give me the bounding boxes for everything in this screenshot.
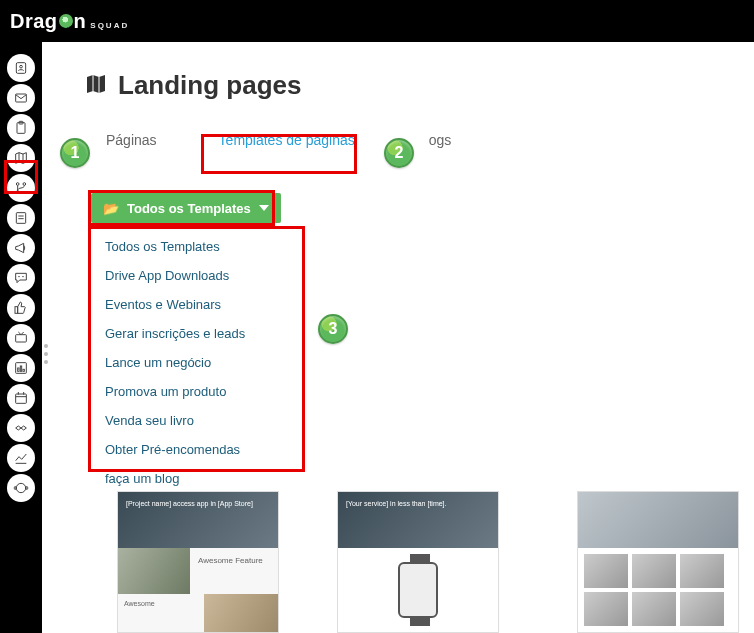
svg-point-26 (16, 483, 25, 492)
tabs: Páginas Templates de páginas ogs (76, 119, 754, 161)
form-icon[interactable] (7, 204, 35, 232)
templates-filter-dropdown[interactable]: 📂 Todos os Templates (91, 193, 281, 223)
svg-rect-16 (16, 335, 27, 342)
brand-logo: Dragn SQUAD (10, 10, 129, 33)
svg-point-7 (16, 183, 19, 186)
svg-point-1 (20, 65, 23, 68)
drag-handle-icon[interactable] (44, 344, 48, 364)
tab-templates[interactable]: Templates de páginas (219, 124, 355, 156)
svg-rect-21 (16, 394, 27, 403)
template-hero: [Project name] access app in [App Store] (118, 492, 278, 548)
analytics-icon[interactable] (7, 444, 35, 472)
tv-icon[interactable] (7, 324, 35, 352)
thumb-icon[interactable] (7, 294, 35, 322)
svg-point-14 (23, 276, 24, 277)
menu-item[interactable]: Lance um negócio (93, 348, 298, 377)
brand-suffix: n (74, 10, 87, 33)
callout-2: 2 (384, 138, 414, 168)
deal-icon[interactable] (7, 414, 35, 442)
tab-blogs[interactable]: ogs (429, 124, 452, 156)
menu-item[interactable]: Todos os Templates (93, 232, 298, 261)
svg-rect-15 (15, 307, 18, 314)
folder-open-icon: 📂 (103, 201, 119, 216)
megaphone-icon[interactable] (7, 234, 35, 262)
callout-1: 1 (60, 138, 90, 168)
brand-main: Drag (10, 10, 58, 33)
template-hero (578, 492, 738, 548)
page-title: Landing pages (118, 70, 301, 101)
sidebar (0, 42, 42, 633)
tab-paginas[interactable]: Páginas (106, 124, 157, 156)
support-icon[interactable] (7, 474, 35, 502)
svg-rect-20 (23, 369, 24, 371)
template-footer: Awesome (118, 594, 204, 632)
topbar: Dragn SQUAD (0, 0, 754, 42)
chevron-down-icon (259, 205, 269, 211)
map-icon (84, 72, 108, 100)
event-icon[interactable] (7, 384, 35, 412)
menu-item[interactable]: Eventos e Webinars (93, 290, 298, 319)
template-card[interactable] (578, 492, 738, 632)
svg-rect-10 (16, 213, 25, 224)
menu-item[interactable]: Gerar inscrições e leads (93, 319, 298, 348)
menu-item[interactable]: Obter Pré-encomendas (93, 435, 298, 464)
chat-icon[interactable] (7, 264, 35, 292)
brand-o-icon (59, 14, 73, 28)
report-icon[interactable] (7, 354, 35, 382)
dropdown-label: Todos os Templates (127, 201, 251, 216)
map-icon[interactable] (7, 144, 35, 172)
brand-sub: SQUAD (90, 21, 129, 30)
menu-item[interactable]: faça um blog (93, 464, 298, 493)
menu-item[interactable]: Promova um produto (93, 377, 298, 406)
svg-point-13 (19, 276, 20, 277)
clipboard-icon[interactable] (7, 114, 35, 142)
svg-rect-19 (20, 366, 21, 371)
templates-grid: [Project name] access app in [App Store]… (56, 492, 754, 632)
mail-icon[interactable] (7, 84, 35, 112)
svg-point-9 (23, 183, 26, 186)
svg-rect-2 (16, 94, 27, 102)
contact-icon[interactable] (7, 54, 35, 82)
menu-item[interactable]: Drive App Downloads (93, 261, 298, 290)
template-hero: [Your service] in less than [time]. (338, 492, 498, 548)
template-card[interactable]: [Project name] access app in [App Store]… (118, 492, 278, 632)
page-header: Landing pages (84, 70, 754, 101)
templates-filter-menu: Todos os Templates Drive App Downloads E… (93, 232, 298, 493)
svg-point-8 (16, 191, 19, 194)
template-card[interactable]: [Your service] in less than [time]. (338, 492, 498, 632)
template-feature: Awesome Feature (190, 548, 278, 594)
menu-item[interactable]: Venda seu livro (93, 406, 298, 435)
callout-3: 3 (318, 314, 348, 344)
watch-icon (398, 562, 438, 618)
branch-icon[interactable] (7, 174, 35, 202)
svg-rect-18 (18, 368, 19, 371)
